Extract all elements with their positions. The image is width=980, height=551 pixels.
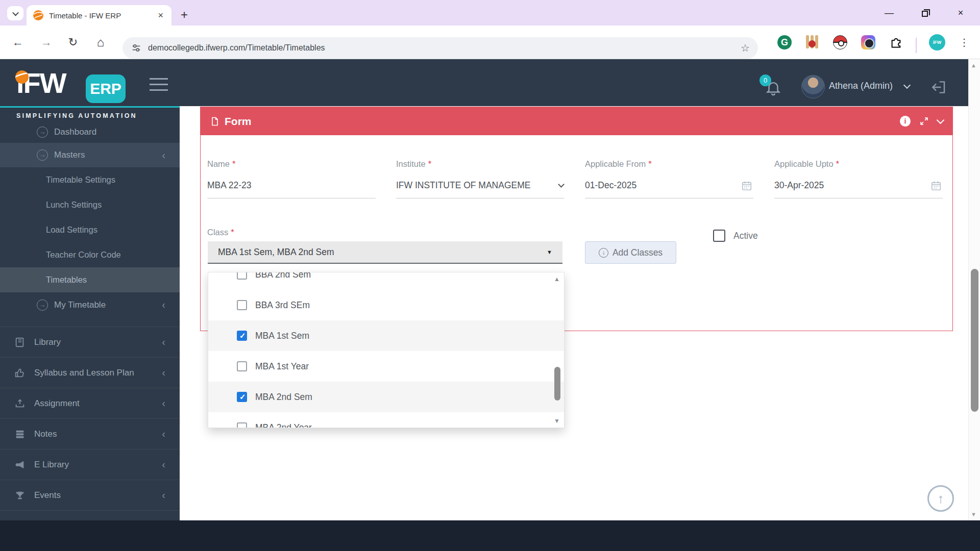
sidebar-toggle-button[interactable] xyxy=(150,78,168,95)
option-label: BBA 2nd Sem xyxy=(255,272,311,280)
applicable-upto-input[interactable]: 30-Apr-2025 xyxy=(774,180,943,198)
new-tab-button[interactable]: + xyxy=(177,7,192,22)
sidebar-item-notes[interactable]: Notes ‹ xyxy=(0,418,180,449)
dropdown-option[interactable]: MBA 1st Year xyxy=(208,351,564,382)
sidebar-item-assignment[interactable]: Assignment ‹ xyxy=(0,388,180,418)
active-checkbox[interactable] xyxy=(713,230,725,242)
url-text: democollegedb.ifwerp.com/Timetable/Timet… xyxy=(148,43,741,53)
reload-button[interactable]: ↻ xyxy=(64,34,82,51)
document-icon xyxy=(210,116,220,127)
field-label: Applicable Upto* xyxy=(774,159,943,169)
field-institute: Institute* IFW INSTITUTE OF MANAGEME xyxy=(396,159,565,198)
sidebar-item-dashboard[interactable]: → Dashboard xyxy=(0,121,180,143)
sidebar-item-timetables[interactable]: Timetables xyxy=(0,267,180,292)
dropdown-option[interactable]: BBA 3rd SEm xyxy=(208,290,564,320)
sidebar-item-lunch-settings[interactable]: Lunch Settings xyxy=(0,192,180,217)
cricket-extension-icon[interactable] xyxy=(805,35,819,49)
tab-search-button[interactable] xyxy=(7,6,23,20)
sidebar-item-events[interactable]: Events ‹ xyxy=(0,480,180,510)
browser-tab[interactable]: Timetable - IFW ERP × xyxy=(27,5,172,26)
info-icon[interactable]: i xyxy=(900,116,911,127)
circle-arrow-icon: → xyxy=(37,299,48,311)
browser-menu-button[interactable]: ⋮ xyxy=(955,34,973,51)
logout-button[interactable] xyxy=(930,79,946,95)
scroll-to-top-button[interactable]: ↑ xyxy=(927,485,954,512)
applicable-from-input[interactable]: 01-Dec-2025 xyxy=(585,180,753,198)
add-classes-button[interactable]: ↓ Add Classes xyxy=(585,241,676,264)
institute-select[interactable]: IFW INSTITUTE OF MANAGEME xyxy=(396,180,565,198)
sidebar-item-library[interactable]: Library ‹ xyxy=(0,327,180,357)
scroll-up-icon[interactable]: ▲ xyxy=(554,276,560,283)
logout-icon xyxy=(930,79,946,95)
address-bar[interactable]: democollegedb.ifwerp.com/Timetable/Timet… xyxy=(122,37,758,59)
checkbox[interactable] xyxy=(237,300,247,310)
option-label: MBA 1st Year xyxy=(255,361,309,372)
sidebar-item-masters[interactable]: → Masters ‹ xyxy=(0,143,180,167)
scroll-up-icon[interactable]: ▲ xyxy=(971,62,976,68)
forward-button[interactable]: → xyxy=(38,34,55,51)
checkbox[interactable] xyxy=(237,422,247,428)
class-multiselect[interactable]: MBA 1st Sem, MBA 2nd Sem ▼ xyxy=(208,241,562,264)
page-scrollbar[interactable]: ▲ ▼ xyxy=(968,59,980,520)
sidebar-item-syllabus-and-lesson-plan[interactable]: Syllabus and Lesson Plan ‹ xyxy=(0,357,180,388)
home-button[interactable]: ⌂ xyxy=(92,34,109,51)
sidebar-item-teacher-color-code[interactable]: Teacher Color Code xyxy=(0,242,180,267)
option-label: MBA 2nd Year xyxy=(255,422,312,429)
checkbox[interactable] xyxy=(237,331,247,341)
active-checkbox-label: Active xyxy=(733,231,758,241)
notification-count-badge: 0 xyxy=(760,74,771,86)
site-settings-icon[interactable] xyxy=(131,42,142,54)
required-marker: * xyxy=(231,228,234,237)
sidebar-item-my-timetable[interactable]: → My Timetable ‹ xyxy=(0,292,180,317)
user-menu[interactable]: Athena (Admin) xyxy=(829,81,893,91)
circle-arrow-icon: → xyxy=(37,127,48,138)
restore-button[interactable] xyxy=(915,8,935,18)
sidebar-item-label: Lunch Settings xyxy=(46,200,102,210)
calendar-icon[interactable] xyxy=(741,180,752,191)
expand-icon[interactable] xyxy=(919,116,929,126)
user-avatar[interactable] xyxy=(801,75,825,98)
sidebar-item-label: E Library xyxy=(34,460,69,470)
window-controls: — × xyxy=(879,0,980,26)
bookmark-star-icon[interactable]: ☆ xyxy=(741,42,750,54)
checkbox[interactable] xyxy=(237,272,247,280)
required-marker: * xyxy=(648,159,651,168)
dropdown-option[interactable]: BBA 2nd Sem xyxy=(208,272,564,290)
tab-close-icon[interactable]: × xyxy=(156,10,165,21)
scrollbar-thumb[interactable] xyxy=(554,367,560,400)
chevron-left-icon: ‹ xyxy=(162,149,165,161)
dropdown-option[interactable]: MBA 2nd Year xyxy=(208,412,564,428)
dropdown-option[interactable]: MBA 1st Sem xyxy=(208,320,564,351)
dropdown-option[interactable]: MBA 2nd Sem xyxy=(208,382,564,412)
sidebar-item-e-library[interactable]: E Library ‹ xyxy=(0,449,180,480)
tab-title: Timetable - IFW ERP xyxy=(49,11,156,20)
field-label: Institute* xyxy=(396,159,565,169)
name-input[interactable]: MBA 22-23 xyxy=(207,180,376,198)
class-field-label: Class* xyxy=(207,228,234,237)
collapse-chevron-icon[interactable] xyxy=(937,116,945,124)
sidebar-item-label: Library xyxy=(34,337,61,347)
scrollbar-thumb[interactable] xyxy=(971,269,978,412)
scroll-down-icon[interactable]: ▼ xyxy=(971,511,976,517)
checkbox[interactable] xyxy=(237,392,247,402)
checkbox[interactable] xyxy=(237,361,247,371)
sidebar-item-partial[interactable] xyxy=(0,510,180,520)
grammarly-extension-icon[interactable]: G xyxy=(777,35,792,49)
calendar-icon[interactable] xyxy=(930,180,942,191)
extensions-button[interactable] xyxy=(889,35,903,49)
minimize-button[interactable]: — xyxy=(879,8,899,18)
back-button[interactable]: ← xyxy=(9,34,27,51)
upload-icon xyxy=(14,398,26,409)
field-applicable-from: Applicable From* 01-Dec-2025 xyxy=(585,159,753,198)
dropdown-scrollbar[interactable]: ▲ ▼ xyxy=(553,272,562,428)
trophy-icon xyxy=(14,490,26,501)
camera-extension-icon[interactable] xyxy=(861,35,875,49)
chevron-down-icon xyxy=(558,181,565,188)
pokeball-extension-icon[interactable] xyxy=(833,35,847,49)
sidebar-item-timetable-settings[interactable]: Timetable Settings xyxy=(0,167,180,192)
sidebar-item-load-settings[interactable]: Load Settings xyxy=(0,217,180,242)
browser-profile-button[interactable]: iFW xyxy=(929,34,945,51)
scroll-down-icon[interactable]: ▼ xyxy=(554,417,560,424)
chevron-down-icon xyxy=(12,9,19,16)
close-button[interactable]: × xyxy=(950,8,971,18)
